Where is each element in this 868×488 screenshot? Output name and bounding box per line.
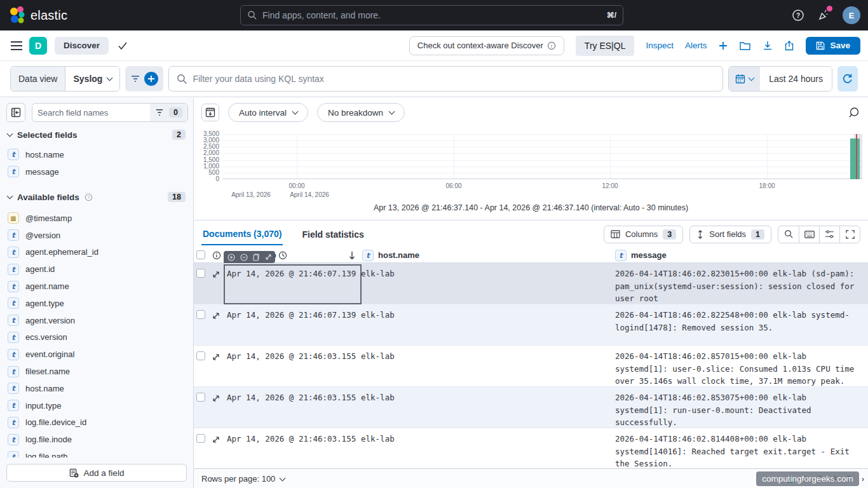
global-search-input[interactable] bbox=[262, 10, 602, 20]
expand-row-icon[interactable] bbox=[212, 436, 220, 444]
host-cell[interactable]: elk-lab bbox=[361, 346, 615, 386]
kql-search-bar[interactable] bbox=[168, 66, 723, 92]
data-view-picker[interactable]: Data view Syslog bbox=[10, 66, 120, 92]
breakdown-dropdown[interactable]: No breakdown bbox=[317, 103, 405, 122]
timestamp-cell[interactable]: Apr 14, 2026 @ 21:46:03.155 bbox=[227, 387, 361, 428]
keyboard-shortcuts-button[interactable] bbox=[799, 226, 819, 243]
field-item[interactable]: input.type bbox=[8, 397, 189, 414]
table-row[interactable]: Apr 14, 2026 @ 21:46:03.155 elk-lab 2026… bbox=[194, 346, 868, 387]
timestamp-cell[interactable]: Apr 14, 2026 @ 21:46:03.155 bbox=[227, 346, 361, 386]
next-page-button[interactable]: › bbox=[862, 474, 864, 484]
time-range-value[interactable]: Last 24 hours bbox=[760, 67, 832, 91]
host-cell[interactable]: elk-lab bbox=[361, 428, 615, 468]
message-cell[interactable]: 2026-04-14T18:46:02.857015+00:00 elk-lab… bbox=[615, 346, 868, 386]
field-item[interactable]: agent.version bbox=[8, 312, 189, 329]
row-checkbox[interactable] bbox=[196, 310, 205, 319]
field-item[interactable]: log.file.device_id bbox=[8, 414, 189, 431]
field-item[interactable]: @version bbox=[8, 227, 189, 244]
share-icon[interactable] bbox=[784, 41, 794, 51]
field-item[interactable]: host.name bbox=[8, 146, 189, 163]
row-checkbox[interactable] bbox=[196, 351, 205, 360]
table-row[interactable]: Apr 14, 2026 @ 21:46:03.155 elk-lab 2026… bbox=[194, 387, 868, 428]
global-search[interactable]: ⌘/ bbox=[240, 5, 623, 25]
space-badge[interactable]: D bbox=[29, 37, 47, 55]
sort-desc-icon[interactable] bbox=[348, 251, 356, 260]
sort-fields-button[interactable]: Sort fields 1 bbox=[689, 226, 771, 243]
message-cell[interactable]: 2026-04-14T18:46:02.823015+00:00 elk-lab… bbox=[615, 263, 868, 304]
table-row[interactable]: Apr 14, 2026 @ 21:46:03.155 elk-lab 2026… bbox=[194, 428, 868, 468]
collapse-sidebar-button[interactable] bbox=[6, 103, 25, 122]
grid-search-button[interactable] bbox=[778, 226, 799, 243]
field-item[interactable]: agent.name bbox=[8, 278, 189, 295]
save-button[interactable]: Save bbox=[806, 37, 860, 55]
user-avatar[interactable]: E bbox=[843, 6, 860, 24]
edit-visualization-button[interactable] bbox=[848, 106, 860, 119]
new-search-icon[interactable] bbox=[718, 41, 728, 51]
field-filter-icon[interactable] bbox=[155, 109, 164, 116]
field-item[interactable]: log.file.path bbox=[8, 448, 189, 458]
timestamp-cell[interactable]: Apr 14, 2026 @ 21:46:03.155 bbox=[227, 428, 361, 468]
host-cell[interactable]: elk-lab bbox=[361, 304, 615, 345]
row-checkbox[interactable] bbox=[196, 393, 205, 402]
newsfeed-button[interactable] bbox=[817, 9, 830, 22]
row-checkbox[interactable] bbox=[196, 269, 205, 278]
table-row[interactable]: Apr 14, 2026 @ 21:46:07.139 elk-lab 2026… bbox=[194, 304, 868, 346]
tab-documents[interactable]: Documents (3,070) bbox=[201, 224, 283, 245]
field-item[interactable]: event.original bbox=[8, 346, 189, 363]
field-search-input[interactable] bbox=[32, 108, 150, 118]
elastic-brand[interactable]: elastic bbox=[9, 6, 67, 25]
help-icon[interactable]: ? bbox=[792, 9, 804, 22]
field-search[interactable]: 0 bbox=[32, 103, 188, 122]
expand-cell-icon[interactable] bbox=[265, 254, 272, 261]
expand-row-icon[interactable] bbox=[212, 353, 220, 361]
histogram-plot[interactable] bbox=[222, 134, 862, 179]
message-cell[interactable]: 2026-04-14T18:46:02.814408+00:00 elk-lab… bbox=[615, 428, 868, 468]
chart-toggle-button[interactable] bbox=[201, 104, 219, 121]
expand-row-icon[interactable] bbox=[212, 395, 220, 402]
try-esql-button[interactable]: Try ES|QL bbox=[576, 36, 635, 56]
available-fields-header[interactable]: Available fields ? 18 bbox=[8, 192, 186, 202]
field-item[interactable]: message bbox=[8, 163, 189, 180]
download-icon[interactable] bbox=[763, 41, 773, 51]
message-cell[interactable]: 2026-04-14T18:46:02.853075+00:00 elk-lab… bbox=[615, 387, 868, 428]
field-item[interactable]: ecs.version bbox=[8, 329, 189, 346]
add-field-button[interactable]: Add a field bbox=[6, 464, 187, 482]
timestamp-cell[interactable]: Apr 14, 2026 @ 21:46:07.139 bbox=[227, 263, 361, 304]
row-checkbox[interactable] bbox=[196, 434, 205, 443]
refresh-button[interactable] bbox=[837, 66, 858, 92]
message-header[interactable]: message bbox=[631, 250, 667, 260]
message-cell[interactable]: 2026-04-14T18:46:02.822548+00:00 elk-lab… bbox=[615, 304, 868, 345]
table-row[interactable]: Apr 14, 2026 @ 21:46:07.139 elk-lab 2026… bbox=[194, 263, 868, 304]
host-cell[interactable]: elk-lab bbox=[361, 387, 615, 428]
select-all-checkbox[interactable] bbox=[196, 250, 205, 259]
host-name-header[interactable]: host.name bbox=[378, 250, 419, 260]
interval-dropdown[interactable]: Auto interval bbox=[228, 103, 308, 122]
calendar-menu-button[interactable] bbox=[729, 67, 760, 91]
rows-per-page-dropdown[interactable]: Rows per page: 100 bbox=[201, 469, 285, 488]
copy-clipboard-icon[interactable] bbox=[253, 254, 260, 261]
filter-list-icon[interactable] bbox=[130, 74, 140, 83]
timestamp-cell[interactable]: Apr 14, 2026 @ 21:46:07.139 bbox=[227, 304, 361, 345]
fullscreen-button[interactable] bbox=[839, 226, 860, 243]
field-item[interactable]: fileset.name bbox=[8, 363, 189, 380]
field-item[interactable]: agent.type bbox=[8, 295, 189, 312]
expand-row-icon[interactable] bbox=[212, 312, 220, 320]
menu-icon[interactable] bbox=[10, 41, 23, 51]
columns-button[interactable]: Columns 3 bbox=[604, 226, 683, 243]
breadcrumb-discover[interactable]: Discover bbox=[55, 37, 109, 55]
field-item[interactable]: log.file.inode bbox=[8, 431, 189, 448]
field-item[interactable]: agent.ephemeral_id bbox=[8, 244, 189, 261]
histogram-bar[interactable] bbox=[850, 139, 860, 179]
inspect-link[interactable]: Inspect bbox=[646, 41, 674, 50]
host-cell[interactable]: elk-lab bbox=[361, 263, 615, 304]
field-item[interactable]: @timestamp bbox=[8, 210, 189, 227]
add-filter-button[interactable] bbox=[144, 72, 158, 86]
data-view-value[interactable]: Syslog bbox=[65, 67, 119, 91]
alerts-link[interactable]: Alerts bbox=[685, 41, 707, 50]
selected-fields-header[interactable]: Selected fields 2 bbox=[8, 130, 186, 140]
field-item[interactable]: agent.id bbox=[8, 261, 189, 278]
open-folder-icon[interactable] bbox=[740, 41, 751, 51]
filter-for-icon[interactable] bbox=[227, 254, 235, 261]
filter-out-icon[interactable] bbox=[240, 254, 248, 261]
tab-field-statistics[interactable]: Field statistics bbox=[301, 224, 365, 245]
